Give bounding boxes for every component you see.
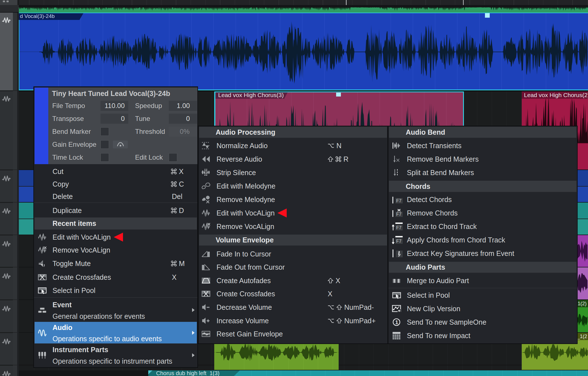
svg-text:F7: F7 — [396, 225, 402, 230]
svg-text:1: 1 — [395, 319, 398, 325]
svg-text:F7: F7 — [396, 239, 402, 244]
svg-text:F7: F7 — [396, 198, 402, 203]
svg-text:F7: F7 — [396, 212, 402, 217]
